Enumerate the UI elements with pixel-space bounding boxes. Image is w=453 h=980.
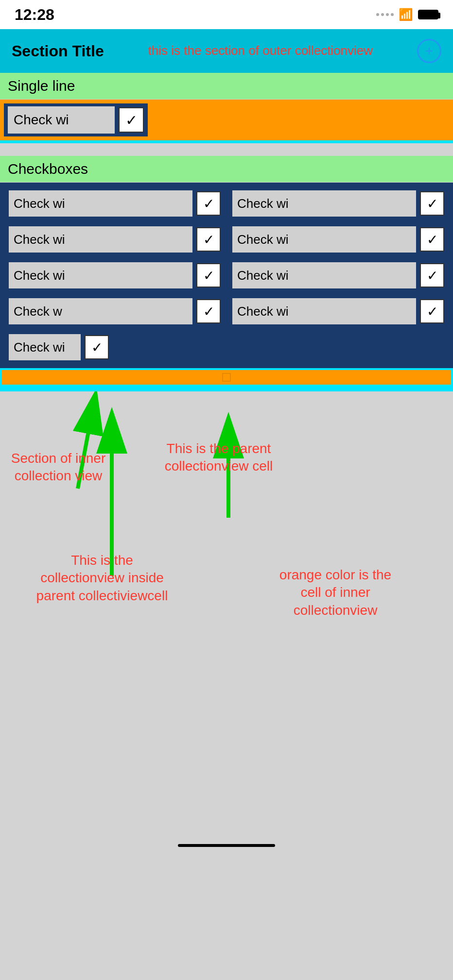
check-text-input-1[interactable] [9,190,192,217]
check-text-input-9[interactable] [9,334,81,360]
check-text-input-8[interactable] [232,298,416,324]
inner-row-7: ✓ [5,295,225,327]
check-text-input-single[interactable] [8,106,115,134]
check-item-5: ✓ [5,259,225,291]
check-text-input-6[interactable] [232,262,416,288]
inner-collectionview-annotation: This is the collectionview inside parent… [29,552,175,605]
gray-area: Section of inner collection view This is… [0,391,453,853]
inner-row-3: ✓ [5,223,225,255]
battery-icon [418,10,438,19]
header-bar: Section Title this is the section of out… [0,29,453,73]
check-text-input-5[interactable] [9,262,192,288]
check-item-6: ✓ [228,259,448,291]
checkbox-1[interactable]: ✓ [196,191,221,216]
inner-row-1: ✓ [5,187,225,220]
single-line-row: ✓ [0,100,453,140]
orange-color-annotation: orange color is the cell of inner collec… [272,566,399,619]
checkbox-9[interactable]: ✓ [85,335,109,359]
inner-collection-grid: ✓ ✓ ✓ ✓ [0,183,453,368]
single-line-section: Single line ✓ [0,73,453,143]
checkbox-8[interactable]: ✓ [420,299,444,323]
check-item-9: ✓ [5,331,113,363]
checkbox-6[interactable]: ✓ [420,263,444,287]
check-text-input-4[interactable] [232,226,416,253]
scroll-indicator [222,373,231,382]
section-title-label: Section Title [12,42,104,60]
status-bar: 12:28 📶 [0,0,453,29]
add-button[interactable]: + [417,39,441,63]
checkbox-single[interactable]: ✓ [119,107,144,133]
status-icons: 📶 [376,8,438,21]
status-time: 12:28 [15,6,54,24]
inner-section-annotation: Section of inner collection view [10,450,107,485]
check-text-input-3[interactable] [9,226,192,253]
check-text-input-7[interactable] [9,298,192,324]
check-item-1: ✓ [5,187,225,220]
inner-row-4: ✓ [228,223,448,255]
parent-cell-annotation: This is the parent collectionview cell [151,440,287,475]
inner-row-6: ✓ [228,259,448,291]
inner-row-5: ✓ [5,259,225,291]
checkbox-7[interactable]: ✓ [196,299,221,323]
inner-row-2: ✓ [228,187,448,220]
check-item-8: ✓ [228,295,448,327]
inner-row-8: ✓ [228,295,448,327]
checkboxes-section: Checkboxes ✓ ✓ ✓ [0,156,453,391]
checkboxes-header: Checkboxes [0,156,453,183]
signal-icon [376,13,394,16]
checkbox-2[interactable]: ✓ [420,191,444,216]
wifi-icon: 📶 [399,8,413,21]
check-item-7: ✓ [5,295,225,327]
home-indicator [178,844,275,847]
check-item-single: ✓ [4,103,148,136]
check-item-3: ✓ [5,223,225,255]
check-item-4: ✓ [228,223,448,255]
inner-row-9: ✓ [5,331,113,363]
check-item-2: ✓ [228,187,448,220]
outer-collectionview-label: this is the section of outer collectionv… [114,43,407,59]
checkbox-3[interactable]: ✓ [196,227,221,252]
single-line-header: Single line [0,73,453,100]
gap-1 [0,143,453,150]
check-text-input-2[interactable] [232,190,416,217]
checkbox-4[interactable]: ✓ [420,227,444,252]
app-container: 12:28 📶 Section Title this is the sectio… [0,0,453,853]
checkbox-5[interactable]: ✓ [196,263,221,287]
